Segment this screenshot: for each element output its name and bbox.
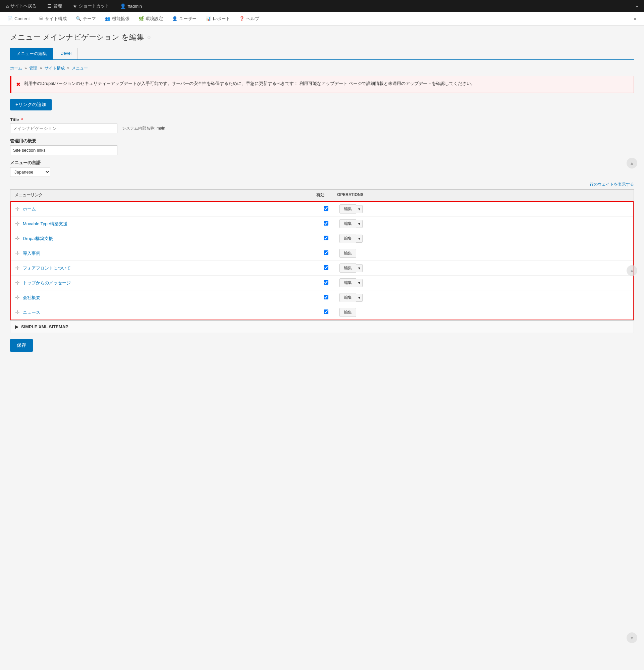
breadcrumb-home[interactable]: ホーム (10, 66, 22, 70)
breadcrumb-manage[interactable]: 管理 (29, 66, 37, 70)
shortcuts-menu[interactable]: ★ ショートカット (70, 0, 112, 12)
enabled-checkbox-news[interactable] (324, 309, 328, 314)
dropdown-button-drupal[interactable]: ▾ (356, 234, 362, 243)
ops-cell-case-study: 編集 (340, 249, 629, 258)
menu-link-top-message[interactable]: トップからのメッセージ (23, 280, 313, 286)
collapsible-header[interactable]: ▶ SIMPLE XML SITEMAP (10, 321, 634, 333)
dropdown-button-company[interactable]: ▾ (356, 294, 362, 302)
nav-environment[interactable]: 🌿 環境設定 (135, 12, 167, 25)
enabled-cell-top-message (313, 280, 340, 286)
user-menu[interactable]: 👤 ffadmin (118, 0, 144, 12)
breadcrumb-site-structure[interactable]: サイト構成 (45, 66, 65, 70)
drag-handle-icon[interactable]: ✛ (15, 265, 19, 271)
admin-bar: ⌂ サイトへ戻る ☰ 管理 ★ ショートカット 👤 ffadmin » (0, 0, 644, 12)
collapse-button[interactable]: » (633, 4, 641, 9)
dropdown-button-home[interactable]: ▾ (356, 205, 362, 213)
description-label: 管理用の概要 (10, 138, 634, 144)
nav-users[interactable]: 👤 ユーザー (168, 12, 201, 25)
scroll-down-arrow[interactable]: ▼ (627, 632, 637, 643)
enabled-checkbox-home[interactable] (324, 206, 328, 211)
language-select[interactable]: Japanese English Other (10, 167, 50, 177)
nav-collapse-button[interactable]: » (630, 16, 641, 21)
edit-button-movable-type[interactable]: 編集 (340, 219, 356, 228)
add-link-button[interactable]: +リンクの追加 (10, 99, 52, 110)
required-marker: * (21, 117, 23, 122)
col-header-enabled: 有効 (307, 192, 334, 198)
scroll-mid-arrow[interactable]: ▲ (627, 265, 637, 276)
nav-theme[interactable]: 🔍 テーマ (72, 12, 100, 25)
secondary-nav-collapse[interactable]: » (630, 16, 641, 21)
enabled-checkbox-case-study[interactable] (324, 251, 328, 255)
nav-content[interactable]: 📄 Content (3, 12, 34, 25)
back-to-site[interactable]: ⌂ サイトへ戻る (3, 0, 39, 12)
nav-help[interactable]: ❓ ヘルプ (235, 12, 264, 25)
description-input[interactable] (10, 145, 118, 155)
table-row: ✛ Movable Type構築支援 編集 ▾ (11, 216, 633, 231)
drag-handle-icon[interactable]: ✛ (15, 280, 19, 286)
menu-link-case-study[interactable]: 導入事例 (23, 251, 313, 256)
main-content: メニュー メインナビゲーション を編集 ☆ メニューの編集 Devel ホーム … (0, 26, 644, 670)
nav-reports[interactable]: 📊 レポート (202, 12, 234, 25)
security-alert: ✖ 利用中のDrupalバージョンのセキュリティーアップデートが入手可能です。サ… (10, 76, 634, 93)
menu-link-drupal[interactable]: Drupal構築支援 (23, 236, 313, 242)
save-button[interactable]: 保存 (10, 339, 33, 352)
edit-button-case-study[interactable]: 編集 (340, 249, 356, 258)
manage-menu[interactable]: ☰ 管理 (45, 0, 65, 12)
enabled-checkbox-about[interactable] (324, 265, 328, 270)
page-title: メニュー メインナビゲーション を編集 ☆ (10, 32, 634, 42)
nav-site-structure[interactable]: 🏛 サイト構成 (35, 12, 71, 25)
enabled-cell-about (313, 265, 340, 271)
drag-handle-icon[interactable]: ✛ (15, 206, 19, 212)
help-icon: ❓ (239, 16, 245, 21)
scroll-up-arrow[interactable]: ▲ (627, 158, 637, 169)
ops-cell-company: 編集 ▾ (340, 293, 629, 302)
edit-button-company[interactable]: 編集 (340, 293, 356, 302)
nav-extensions[interactable]: 👥 機能拡張 (101, 12, 134, 25)
user-icon: 👤 (120, 3, 126, 9)
alert-icon: ✖ (16, 81, 20, 89)
tab-devel[interactable]: Devel (54, 48, 78, 59)
home-icon: ⌂ (6, 3, 9, 9)
favorite-icon[interactable]: ☆ (147, 34, 151, 41)
table-row: ✛ 導入事例 編集 (11, 246, 633, 261)
drag-handle-icon[interactable]: ✛ (15, 220, 19, 227)
title-label: Title * (10, 117, 634, 122)
tab-edit-menu[interactable]: メニューの編集 (10, 48, 53, 59)
dropdown-button-movable-type[interactable]: ▾ (356, 220, 362, 228)
menu-link-movable-type[interactable]: Movable Type構築支援 (23, 221, 313, 227)
environment-icon: 🌿 (138, 16, 144, 21)
enabled-checkbox-company[interactable] (324, 295, 328, 299)
language-label: メニューの言語 (10, 160, 634, 166)
menu-link-home[interactable]: ホーム (23, 206, 313, 212)
admin-bar-right: » (633, 4, 641, 9)
collapsible-sitemap: ▶ SIMPLE XML SITEMAP (10, 321, 634, 333)
drag-handle-icon[interactable]: ✛ (15, 250, 19, 256)
breadcrumb-menu[interactable]: メニュー (72, 66, 88, 70)
menu-link-about[interactable]: フォアフロントについて (23, 265, 313, 271)
menu-link-company[interactable]: 会社概要 (23, 295, 313, 301)
drag-handle-icon[interactable]: ✛ (15, 294, 19, 301)
edit-button-home[interactable]: 編集 (340, 204, 356, 214)
show-weight-link[interactable]: 行のウェイトを表示する (590, 182, 634, 187)
dropdown-button-top-message[interactable]: ▾ (356, 279, 362, 287)
drag-handle-icon[interactable]: ✛ (15, 235, 19, 242)
edit-button-about[interactable]: 編集 (340, 264, 356, 272)
edit-button-top-message[interactable]: 編集 (340, 278, 356, 287)
collapsible-arrow-icon: ▶ (15, 324, 18, 329)
edit-button-news[interactable]: 編集 (340, 308, 356, 317)
col-header-ops: OPERATIONS (334, 192, 630, 198)
title-input[interactable] (10, 123, 118, 133)
enabled-checkbox-movable-type[interactable] (324, 221, 328, 226)
users-icon: 👤 (172, 16, 177, 21)
menu-link-news[interactable]: ニュース (23, 309, 313, 316)
enabled-checkbox-top-message[interactable] (324, 280, 328, 285)
ops-cell-home: 編集 ▾ (340, 204, 629, 214)
extensions-icon: 👥 (105, 16, 110, 21)
enabled-checkbox-drupal[interactable] (324, 236, 328, 240)
dropdown-button-about[interactable]: ▾ (356, 264, 362, 272)
edit-button-drupal[interactable]: 編集 (340, 234, 356, 243)
collapsible-label: SIMPLE XML SITEMAP (21, 324, 68, 329)
enabled-cell-home (313, 206, 340, 212)
ops-cell-about: 編集 ▾ (340, 264, 629, 272)
drag-handle-icon[interactable]: ✛ (15, 309, 19, 316)
